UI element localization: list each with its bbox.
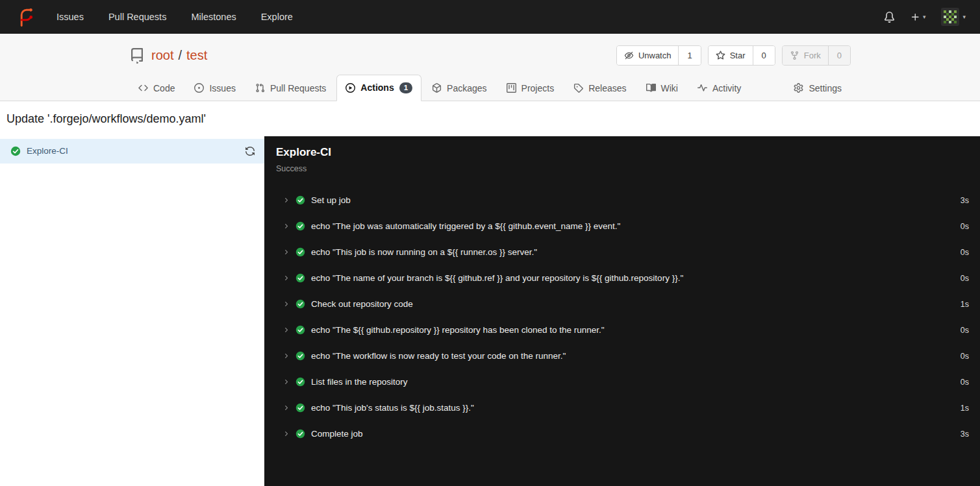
- step-duration: 1s: [961, 300, 969, 309]
- book-icon: [646, 83, 656, 93]
- nav-item-explore[interactable]: Explore: [261, 12, 293, 22]
- nav-item-milestones[interactable]: Milestones: [191, 12, 236, 22]
- step-duration: 0s: [961, 248, 969, 257]
- chevron-right-icon: [283, 430, 290, 437]
- job-list-item-explore-ci[interactable]: Explore-CI: [0, 139, 264, 164]
- step-success-check-icon: [295, 377, 305, 387]
- star-label: Star: [730, 51, 746, 60]
- forks-count[interactable]: 0: [828, 46, 850, 65]
- tab-activity[interactable]: Activity: [688, 75, 750, 101]
- step-row-complete-job[interactable]: Complete job 3s: [264, 421, 980, 447]
- chevron-right-icon: [283, 223, 290, 230]
- watch-button-group: Unwatch 1: [616, 45, 701, 66]
- gear-icon: [794, 83, 803, 93]
- chevron-right-icon: [283, 197, 290, 204]
- tag-icon: [573, 83, 583, 93]
- tab-label: Actions: [360, 82, 394, 93]
- repo-action-buttons: Unwatch 1 Star 0 Fork 0: [616, 45, 851, 66]
- step-row[interactable]: echo "The job was automatically triggere…: [264, 213, 980, 239]
- step-duration: 1s: [961, 404, 969, 413]
- step-row[interactable]: echo "The name of your branch is ${{ git…: [264, 265, 980, 291]
- repo-tab-bar: Code Issues Pull Requests Actions 1 Pack…: [129, 75, 851, 101]
- job-success-check-icon: [10, 146, 21, 156]
- tab-pull-requests[interactable]: Pull Requests: [246, 75, 335, 101]
- fork-icon: [790, 51, 799, 60]
- step-name: Check out repository code: [311, 299, 413, 309]
- fork-label: Fork: [804, 51, 821, 60]
- tab-actions[interactable]: Actions 1: [336, 75, 421, 101]
- step-duration: 0s: [961, 352, 969, 361]
- step-row[interactable]: echo "The ${{ github.repository }} repos…: [264, 317, 980, 343]
- play-circle-icon: [346, 83, 355, 93]
- forgejo-logo[interactable]: [14, 7, 34, 27]
- fork-button-group: Fork 0: [782, 45, 851, 66]
- tab-releases[interactable]: Releases: [564, 75, 635, 101]
- step-row[interactable]: echo "This job is now running on a ${{ r…: [264, 239, 980, 265]
- step-duration: 0s: [961, 378, 969, 387]
- nav-item-issues[interactable]: Issues: [57, 12, 84, 22]
- unwatch-button[interactable]: Unwatch: [617, 46, 679, 65]
- top-navbar: Issues Pull Requests Milestones Explore …: [0, 0, 980, 34]
- tab-code[interactable]: Code: [129, 75, 184, 101]
- step-duration: 3s: [961, 430, 969, 439]
- nav-item-pull-requests[interactable]: Pull Requests: [108, 12, 166, 22]
- main-nav: Issues Pull Requests Milestones Explore: [57, 12, 293, 22]
- step-success-check-icon: [295, 273, 305, 283]
- step-list: Set up job 3s echo "The job was automati…: [264, 182, 980, 486]
- code-icon: [138, 83, 148, 93]
- chevron-right-icon: [283, 378, 290, 385]
- star-button[interactable]: Star: [709, 46, 753, 65]
- step-name: echo "The name of your branch is ${{ git…: [311, 273, 683, 283]
- step-duration: 0s: [961, 326, 969, 335]
- job-log-panel: Explore-CI Success Set up job 3s echo "T…: [264, 136, 980, 486]
- repo-name-link[interactable]: test: [186, 48, 207, 63]
- step-row[interactable]: echo "This job's status is ${{ job.statu…: [264, 395, 980, 421]
- chevron-right-icon: [283, 352, 290, 359]
- tab-label: Activity: [712, 83, 741, 93]
- step-row[interactable]: echo "The workflow is now ready to test …: [264, 343, 980, 369]
- chevron-right-icon: [283, 404, 290, 411]
- step-name: echo "This job's status is ${{ job.statu…: [311, 403, 474, 413]
- pulse-icon: [697, 83, 707, 93]
- step-name: echo "The workflow is now ready to test …: [311, 351, 566, 361]
- chevron-right-icon: [283, 249, 290, 256]
- chevron-down-icon: ▾: [962, 14, 966, 20]
- repo-icon: [129, 48, 145, 64]
- user-menu-button[interactable]: ▾: [941, 8, 966, 26]
- fork-button: Fork: [783, 46, 828, 65]
- refresh-icon[interactable]: [245, 146, 255, 156]
- stars-count[interactable]: 0: [753, 46, 775, 65]
- tab-packages[interactable]: Packages: [423, 75, 496, 101]
- eye-slash-icon: [624, 51, 634, 60]
- step-row-setup-job[interactable]: Set up job 3s: [264, 188, 980, 213]
- tab-wiki[interactable]: Wiki: [637, 75, 687, 101]
- watchers-count[interactable]: 1: [678, 46, 700, 65]
- tab-settings[interactable]: Settings: [785, 75, 851, 101]
- step-row-list-files[interactable]: List files in the repository 0s: [264, 369, 980, 395]
- tab-label: Projects: [521, 83, 555, 93]
- plus-icon: [911, 12, 920, 22]
- step-success-check-icon: [295, 247, 305, 257]
- notifications-button[interactable]: [884, 12, 895, 23]
- project-icon: [507, 83, 516, 93]
- step-row-checkout[interactable]: Check out repository code 1s: [264, 291, 980, 317]
- tab-label: Pull Requests: [270, 83, 326, 93]
- chevron-right-icon: [283, 326, 290, 334]
- job-name: Explore-CI: [27, 146, 68, 156]
- step-success-check-icon: [295, 221, 305, 231]
- create-new-button[interactable]: ▾: [911, 12, 926, 22]
- user-avatar: [941, 8, 959, 26]
- tab-issues[interactable]: Issues: [185, 75, 244, 101]
- bell-icon: [884, 12, 895, 23]
- repo-owner-link[interactable]: root: [151, 48, 173, 63]
- navbar-right-controls: ▾ ▾: [884, 8, 966, 26]
- tab-projects[interactable]: Projects: [497, 75, 564, 101]
- job-log-header: Explore-CI Success: [264, 136, 980, 182]
- chevron-down-icon: ▾: [923, 14, 926, 20]
- step-name: echo "The ${{ github.repository }} repos…: [311, 325, 605, 335]
- star-button-group: Star 0: [708, 45, 775, 66]
- step-success-check-icon: [295, 325, 305, 335]
- actions-count-badge: 1: [399, 82, 412, 93]
- forgejo-logo-icon: [14, 7, 34, 27]
- repo-path-separator: /: [178, 48, 182, 63]
